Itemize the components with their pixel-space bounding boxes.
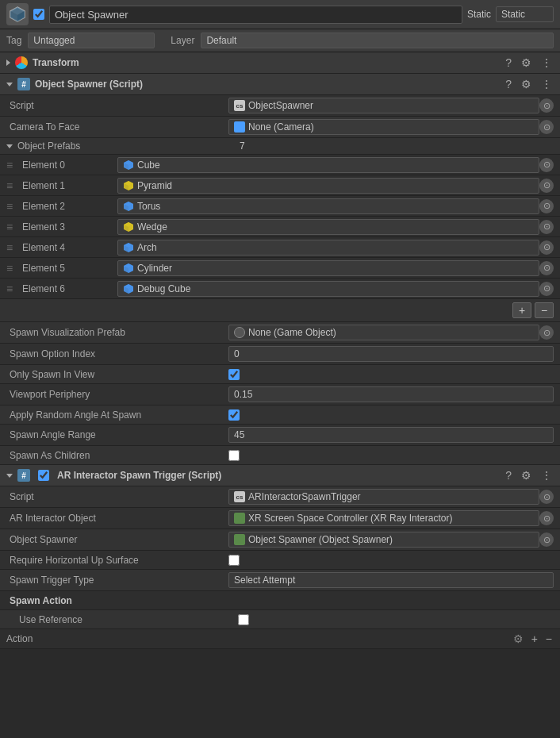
element-value-1: Pyramid — [137, 180, 534, 191]
element-row-4: ≡ Element 4 Arch ⊙ — [0, 237, 560, 258]
camera-ref: None (Camera) — [228, 119, 539, 135]
ar-trigger-active-checkbox[interactable] — [38, 470, 49, 481]
ar-help-icon[interactable]: ? — [504, 469, 513, 482]
action-toolbar: Action ⚙ + − — [0, 629, 560, 649]
static-dropdown[interactable]: Static Dynamic — [496, 6, 554, 22]
spawn-viz-value: None (Game Object) — [248, 327, 534, 338]
ar-hash-icon: # — [17, 469, 30, 482]
element-label-2: Element 2 — [22, 201, 117, 212]
horizontal-checkbox[interactable] — [228, 555, 240, 566]
script-select-btn[interactable]: ⊙ — [539, 98, 554, 113]
prefabs-header-row: Object Prefabs 7 — [0, 138, 560, 155]
layer-label: Layer — [171, 35, 194, 46]
element-obj-4: Arch — [117, 240, 539, 256]
spawner-settings-icon[interactable]: ⚙ — [520, 78, 533, 90]
transform-section-header[interactable]: Transform ? ⚙ ⋮ — [0, 52, 560, 74]
element-cube-icon-2 — [123, 201, 134, 212]
script-value: ObjectSpawner — [248, 100, 534, 111]
ar-interactor-select-btn[interactable]: ⊙ — [539, 511, 554, 525]
element-handle-1: ≡ — [6, 179, 22, 192]
prefabs-collapse-arrow[interactable] — [6, 144, 13, 148]
spawn-index-input[interactable] — [228, 346, 554, 362]
element-row-6: ≡ Element 6 Debug Cube ⊙ — [0, 279, 560, 299]
element-handle-0: ≡ — [6, 159, 22, 171]
camera-value: None (Camera) — [248, 121, 534, 133]
element-select-btn-2[interactable]: ⊙ — [539, 199, 554, 213]
apply-angle-row: Apply Random Angle At Spawn — [0, 406, 560, 425]
camera-icon — [234, 121, 245, 133]
trigger-type-row: Spawn Trigger Type Select Attempt Activa… — [0, 570, 560, 591]
layer-select[interactable]: Default UI Water — [201, 33, 554, 48]
ar-script-select-btn[interactable]: ⊙ — [539, 490, 554, 504]
element-select-btn-1[interactable]: ⊙ — [539, 179, 554, 193]
use-ref-checkbox[interactable] — [238, 614, 249, 625]
trigger-type-label: Spawn Trigger Type — [6, 575, 228, 586]
object-spawner-section-header[interactable]: # Object Spawner (Script) ? ⚙ ⋮ — [0, 74, 560, 95]
only-spawn-checkbox[interactable] — [228, 369, 240, 380]
action-remove-icon[interactable]: − — [544, 632, 554, 645]
spawner-help-icon[interactable]: ? — [504, 78, 513, 90]
only-spawn-row: Only Spawn In View — [0, 365, 560, 384]
viewport-row: Viewport Periphery — [0, 384, 560, 406]
object-active-checkbox[interactable] — [33, 9, 44, 20]
camera-select-btn[interactable]: ⊙ — [539, 120, 554, 134]
spawner-ref-value: Object Spawner (Object Spawner) — [228, 532, 539, 548]
ar-script-icon: cs — [234, 491, 245, 502]
script-label: Script — [6, 100, 228, 111]
element-select-btn-6[interactable]: ⊙ — [539, 282, 554, 296]
element-select-btn-3[interactable]: ⊙ — [539, 220, 554, 234]
spawner-section-icons: ? ⚙ ⋮ — [504, 78, 554, 90]
action-gear-icon[interactable]: ⚙ — [512, 632, 525, 645]
spawn-children-checkbox[interactable] — [228, 450, 240, 461]
spawner-menu-icon[interactable]: ⋮ — [539, 78, 554, 90]
add-element-btn[interactable]: + — [512, 302, 531, 318]
element-cube-icon-5 — [123, 263, 134, 274]
spawner-ref-select-btn[interactable]: ⊙ — [539, 532, 554, 547]
remove-element-btn[interactable]: − — [535, 302, 554, 318]
angle-range-input[interactable] — [228, 427, 554, 443]
element-row-2: ≡ Element 2 Torus ⊙ — [0, 196, 560, 217]
viewport-input[interactable] — [228, 386, 554, 402]
spawn-children-row: Spawn As Children — [0, 446, 560, 465]
element-label-1: Element 1 — [22, 180, 117, 191]
element-select-btn-4[interactable]: ⊙ — [539, 240, 554, 255]
static-label: Static — [467, 9, 491, 20]
element-cube-icon-4 — [123, 242, 134, 253]
tag-select[interactable]: Untagged MainCamera Player — [28, 33, 155, 48]
ar-trigger-section-title: AR Interactor Spawn Trigger (Script) — [57, 470, 499, 481]
element-label-5: Element 5 — [22, 263, 117, 274]
ar-interactor-ref: XR Screen Space Controller (XR Ray Inter… — [228, 510, 539, 526]
element-value-2: Torus — [137, 201, 534, 212]
element-select-btn-5[interactable]: ⊙ — [539, 261, 554, 275]
element-obj-2: Torus — [117, 198, 539, 214]
transform-menu-icon[interactable]: ⋮ — [539, 56, 554, 69]
trigger-type-select[interactable]: Select Attempt Activate Hover Enter — [228, 572, 554, 588]
element-value-6: Debug Cube — [137, 283, 534, 294]
element-obj-0: Cube — [117, 157, 539, 173]
spawn-action-row: Spawn Action — [0, 591, 560, 610]
only-spawn-label: Only Spawn In View — [6, 369, 228, 380]
ar-trigger-section-header[interactable]: # AR Interactor Spawn Trigger (Script) ?… — [0, 465, 560, 486]
element-row-0: ≡ Element 0 Cube ⊙ — [0, 155, 560, 175]
header-bar: Static Static Dynamic — [0, 0, 560, 29]
spawn-viz-label: Spawn Visualization Prefab — [6, 327, 228, 338]
spawner-hash-icon: # — [17, 78, 30, 90]
apply-angle-checkbox[interactable] — [228, 409, 240, 421]
action-label: Action — [6, 633, 507, 644]
camera-row: Camera To Face None (Camera) ⊙ — [0, 117, 560, 138]
element-select-btn-0[interactable]: ⊙ — [539, 158, 554, 172]
transform-settings-icon[interactable]: ⚙ — [520, 56, 533, 69]
element-cube-icon-6 — [123, 283, 134, 294]
spawn-children-label: Spawn As Children — [6, 450, 228, 461]
transform-help-icon[interactable]: ? — [504, 56, 513, 69]
apply-angle-label: Apply Random Angle At Spawn — [6, 409, 228, 421]
element-label-0: Element 0 — [22, 160, 117, 171]
element-handle-2: ≡ — [6, 200, 22, 213]
ar-menu-icon[interactable]: ⋮ — [539, 469, 554, 482]
object-name-input[interactable] — [49, 6, 462, 24]
action-add-icon[interactable]: + — [530, 632, 539, 645]
element-label-3: Element 3 — [22, 221, 117, 233]
ar-settings-icon[interactable]: ⚙ — [520, 469, 533, 482]
spawn-viz-select-btn[interactable]: ⊙ — [539, 325, 554, 340]
script-ref: cs ObjectSpawner — [228, 98, 539, 113]
